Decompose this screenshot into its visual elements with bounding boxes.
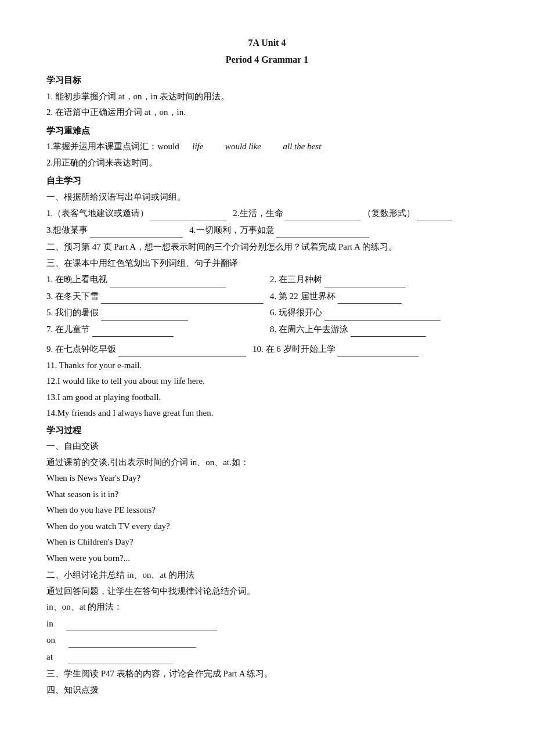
key-points-item1: 1.掌握并运用本课重点词汇：would life would like all … (46, 139, 488, 154)
translation-grid: 1. 在晚上看电视 2. 在三月种树 3. 在冬天下雪 4. 第 22 届世界杯… (46, 272, 488, 337)
page-title: 7A Unit 4 (46, 35, 488, 51)
self-study-part3: 三、在课本中用红色笔划出下列词组、句子并翻译 (46, 256, 488, 271)
usage-on: on (46, 632, 488, 648)
process-part1-heading: 一、自由交谈 (46, 439, 488, 454)
conv-6: When were you born?... (46, 551, 488, 566)
section-self-study-heading: 自主学习 (46, 174, 488, 189)
usage-at: at (46, 649, 488, 665)
conv-1: When is News Year's Day? (46, 471, 488, 486)
process-part1-intro: 通过课前的交谈,引出表示时间的介词 in、on、at.如： (46, 455, 488, 470)
sentence-14: 14.My friends and I always have great fu… (46, 406, 488, 421)
sentence-13: 13.I am good at playing football. (46, 390, 488, 405)
sentence-12: 12.I would like to tell you about my lif… (46, 374, 488, 389)
process-part3: 三、学生阅读 P47 表格的内容，讨论合作完成 Part A 练习。 (46, 667, 488, 682)
translation-row-2: 3. 在冬天下雪 4. 第 22 届世界杯 (46, 289, 488, 304)
section-learning-process-heading: 学习过程 (46, 423, 488, 438)
process-part4: 四、知识点拨 (46, 683, 488, 698)
translation-row-3: 5. 我们的暑假 6. 玩得很开心 (46, 305, 488, 321)
sentence-11: 11. Thanks for your e-mail. (46, 358, 488, 373)
process-part2-intro: 通过回答问题，让学生在答句中找规律讨论总结介词。 (46, 584, 488, 599)
self-study-part2: 二、预习第 47 页 Part A，想一想表示时间的三个介词分别怎么用？试着完成… (46, 240, 488, 255)
learning-goal-1: 1. 能初步掌握介词 at，on，in 表达时间的用法。 (46, 89, 488, 105)
self-study-row1: 1.（表客气地建议或邀请） 2.生活，生命 （复数形式） (46, 206, 488, 221)
self-study-intro: 一、根据所给汉语写出单词或词组。 (46, 190, 488, 205)
conv-3: When do you have PE lessons? (46, 503, 488, 518)
page-subtitle: Period 4 Grammar 1 (46, 52, 488, 67)
key-points-item2: 2.用正确的介词来表达时间。 (46, 156, 488, 171)
translation-row-4: 7. 在儿童节 8. 在周六上午去游泳 (46, 322, 488, 337)
process-part2-heading: 二、小组讨论并总结 in、on、at 的用法 (46, 568, 488, 583)
translation-row-1: 1. 在晚上看电视 2. 在三月种树 (46, 272, 488, 287)
self-study-row2: 3.想做某事 4.一切顺利，万事如意 (46, 222, 488, 238)
section-key-points-heading: 学习重难点 (46, 124, 488, 139)
usage-label: in、on、at 的用法： (46, 600, 488, 615)
learning-goal-2: 2. 在语篇中正确运用介词 at，on，in. (46, 105, 488, 120)
conv-5: When is Children's Day? (46, 535, 488, 550)
usage-in: in (46, 616, 488, 632)
section-learning-goals-heading: 学习目标 (46, 73, 488, 88)
conv-4: When do you watch TV every day? (46, 519, 488, 534)
self-study-row9-10: 9. 在七点钟吃早饭 10. 在 6 岁时开始上学 (46, 341, 488, 357)
conv-2: What season is it in? (46, 487, 488, 502)
